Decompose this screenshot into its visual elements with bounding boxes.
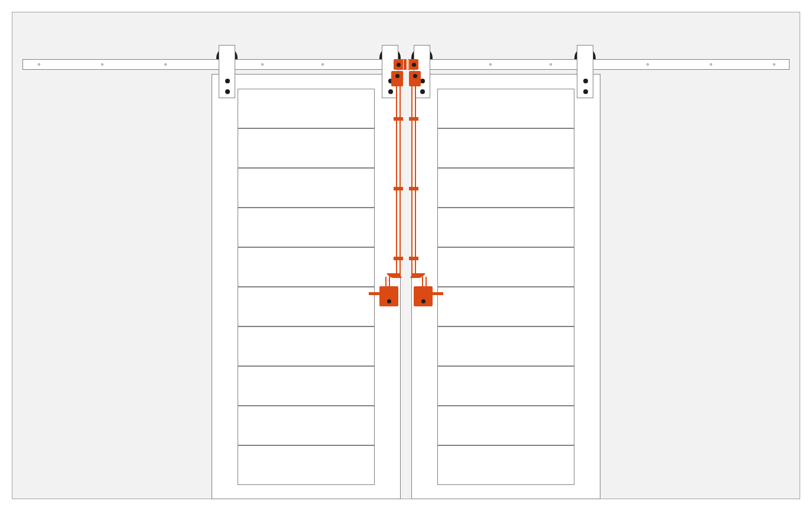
lock-rod-clip (394, 257, 403, 260)
lock-top-plate-left (394, 59, 403, 70)
lock-rod-clip (409, 187, 418, 190)
lock-rod-clip (394, 117, 403, 121)
lock-handle-left (379, 286, 398, 306)
track-hole (647, 63, 649, 66)
lock-rod-clip (409, 257, 418, 260)
track-hole (164, 63, 167, 66)
barn-door-diagram (0, 0, 812, 511)
hanger-strap (577, 45, 593, 98)
track-hole (773, 63, 775, 66)
hanger-strap (219, 45, 235, 98)
lock-rod-left (396, 86, 401, 276)
lock-rod-clip (409, 117, 418, 121)
track-hole (550, 63, 552, 66)
lock-rod-clip (394, 187, 403, 190)
track-hole (261, 63, 264, 66)
track-hole (489, 63, 492, 66)
lock-rod-right (411, 86, 416, 276)
track-hole (38, 63, 40, 66)
lock-handle-right (414, 286, 433, 306)
lock-upper-block-left (391, 71, 403, 86)
track-hole (321, 63, 324, 66)
lock-upper-block-right (409, 71, 421, 86)
lock-handle-pull-right (431, 292, 443, 295)
background-frame (12, 12, 800, 499)
lock-top-plate-right (409, 59, 418, 70)
lock-handle-pull-left (369, 292, 381, 295)
track-hole (710, 63, 712, 66)
track-hole (101, 63, 103, 66)
